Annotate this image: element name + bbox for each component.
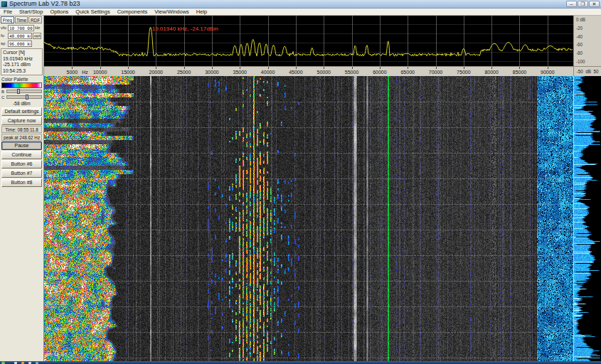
db-scale-label: -40: [574, 33, 601, 41]
button-default-settings[interactable]: Default settings: [1, 107, 42, 116]
ruler-label: 25000: [173, 70, 196, 75]
menu-item-options[interactable]: Options: [46, 9, 72, 16]
spectrum-db-scale: 0 dB-20-40-60-80-100: [573, 16, 601, 66]
menu-item-quick-settings[interactable]: Quick Settings: [72, 9, 113, 16]
button-continue[interactable]: Continue: [1, 151, 42, 159]
cursor-level: -25.171 dBm: [3, 62, 41, 68]
menu-bar: FileStart/StopOptionsQuick SettingsCompo…: [0, 9, 601, 16]
ruler-label: 35000: [228, 70, 251, 75]
peak-annotation: 19.01940 kHz, -24.17dBm: [152, 26, 218, 32]
db-scale-label: -20: [574, 24, 601, 33]
spectrum-plot[interactable]: [44, 16, 573, 66]
windows-taskbar[interactable]: [0, 361, 601, 364]
field-input-fo[interactable]: [8, 33, 32, 39]
button-button-8[interactable]: Button #8: [1, 178, 42, 187]
maximize-button[interactable]: ❐: [578, 1, 588, 7]
field-label-vfo: vfo: [1, 26, 8, 30]
cursor-frequency: 19.01940 kHz: [3, 56, 41, 63]
button-pause[interactable]: Pause: [1, 141, 42, 150]
ruler-tick: [352, 67, 353, 69]
palette-title: Color Palette: [1, 77, 42, 82]
window-title: Spectrum Lab V2.78 b23: [9, 0, 80, 8]
palette-gradient[interactable]: [1, 82, 42, 88]
field-input-vfo[interactable]: [8, 25, 34, 31]
frequency-fields: vfoHzfooptsp: [0, 24, 43, 47]
peak-display: peak at 248.62 Hz: [1, 134, 42, 141]
palette-slider-label: C: [1, 95, 6, 100]
ruler-label: 40000: [257, 70, 280, 75]
ruler-tick: [464, 67, 464, 69]
waterfall-display[interactable]: [44, 76, 573, 361]
menu-item-help[interactable]: Help: [193, 9, 211, 16]
ruler-label: 80000: [480, 70, 503, 75]
palette-slider-track[interactable]: [6, 95, 42, 99]
ruler-tick: [491, 67, 492, 69]
amplitude-bar-panel: [573, 76, 601, 361]
cursor-time: 10:54:25.3: [3, 68, 41, 75]
palette-slider-thumb[interactable]: [26, 95, 28, 100]
amplitude-scale-header: -50 dB 50: [573, 66, 601, 76]
db-scale-label: 0 dB: [574, 16, 601, 24]
ruler-tick: [184, 67, 185, 69]
mode-tabs: FreqTimeRDF: [1, 16, 43, 23]
ruler-tick: [72, 67, 73, 69]
palette-slider-track[interactable]: [6, 90, 42, 93]
ruler-tick: [128, 67, 129, 69]
button-capture-now[interactable]: Capture now: [1, 117, 42, 125]
palette-slider-label: B: [1, 90, 6, 94]
ruler-label: 15000: [117, 70, 139, 75]
ruler-tick: [296, 67, 297, 69]
minimize-button[interactable]: –: [566, 1, 577, 7]
ruler-label: 90000: [536, 70, 559, 75]
palette-slider-row-b: B: [1, 89, 42, 94]
ruler-tick: [324, 67, 324, 69]
field-label-sp: sp: [1, 41, 8, 46]
menu-item-components[interactable]: Components: [114, 9, 151, 16]
tab-rdf[interactable]: RDF: [28, 16, 42, 23]
menu-item-file[interactable]: File: [0, 9, 16, 16]
ruler-unit-label: Hz: [82, 70, 93, 75]
tab-freq[interactable]: Freq: [1, 16, 14, 23]
ruler-tick: [380, 67, 381, 69]
db-scale-label: -80: [574, 49, 601, 58]
palette-sliders: BC: [0, 89, 43, 100]
ruler-tick: [240, 67, 240, 69]
field-input-sp[interactable]: [8, 41, 32, 47]
ruler-label: 60000: [368, 70, 391, 75]
ruler-label: 55000: [341, 70, 363, 75]
start-orb-icon[interactable]: [1, 361, 5, 364]
db-scale-label: -60: [574, 41, 601, 49]
palette-slider-row-c: C: [1, 95, 42, 100]
app-icon: [1, 1, 7, 7]
ruler-label: 85000: [508, 70, 531, 75]
ruler-tick: [268, 67, 269, 69]
button-button-7[interactable]: Button #7: [1, 169, 42, 178]
field-row-vfo: vfoHz: [1, 24, 43, 31]
color-palette-section: Color Palette BC -58 dBm: [0, 77, 43, 106]
palette-slider-thumb[interactable]: [17, 89, 20, 94]
ruler-label: 45000: [284, 70, 307, 75]
tab-time[interactable]: Time: [15, 16, 28, 23]
title-bar[interactable]: Spectrum Lab V2.78 b23 –❐✕: [0, 0, 601, 9]
ruler-tick: [548, 67, 548, 69]
ruler-tick: [408, 67, 408, 69]
field-suffix-fo[interactable]: opt: [33, 33, 41, 39]
ruler-tick: [100, 67, 101, 69]
field-label-fo: fo: [1, 33, 8, 38]
sidebar-buttons: Default settingsCapture nowTime: 08:55:1…: [0, 107, 43, 187]
menu-item-start-stop[interactable]: Start/Stop: [16, 9, 46, 16]
ruler-tick: [156, 67, 156, 69]
ruler-tick: [519, 67, 520, 69]
field-row-sp: sp: [1, 40, 43, 47]
close-button[interactable]: ✕: [589, 1, 600, 7]
button-button-6[interactable]: Button #6: [1, 160, 42, 168]
palette-ref-level: -58 dBm: [0, 101, 43, 106]
cursor-readout: Cursor [N] 19.01940 kHz -25.171 dBm 10:5…: [1, 48, 43, 75]
ruler-label: 5000: [60, 70, 83, 75]
ruler-label: 20000: [144, 70, 167, 75]
cursor-title: Cursor [N]: [3, 50, 41, 56]
ruler-tick: [436, 67, 437, 69]
ruler-tick: [212, 67, 213, 69]
menu-item-view-windows[interactable]: View/Windows: [151, 9, 193, 16]
spectrum-lab-window: Spectrum Lab V2.78 b23 –❐✕ FileStart/Sto…: [0, 0, 601, 364]
